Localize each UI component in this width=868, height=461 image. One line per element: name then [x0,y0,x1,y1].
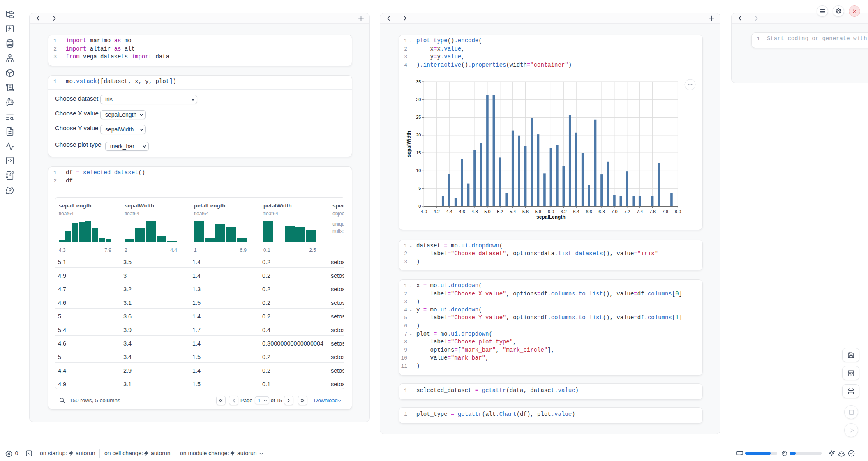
svg-text:6.2: 6.2 [561,209,567,214]
svg-text:8.0: 8.0 [675,209,681,214]
svg-text:5.6: 5.6 [522,209,529,214]
svg-text:6.4: 6.4 [573,209,579,214]
svg-text:5.0: 5.0 [484,209,490,214]
svg-text:10: 10 [416,168,421,173]
svg-text:7.2: 7.2 [624,209,630,214]
svg-text:4.4: 4.4 [446,209,452,214]
svg-text:7.0: 7.0 [611,209,617,214]
svg-text:6.8: 6.8 [598,209,605,214]
svg-text:15: 15 [416,150,421,155]
svg-text:4.6: 4.6 [459,209,465,214]
svg-text:30: 30 [416,97,421,102]
svg-text:20: 20 [416,132,421,137]
svg-text:0: 0 [418,204,421,209]
svg-text:5.8: 5.8 [535,209,541,214]
svg-text:5: 5 [418,186,421,191]
svg-text:7.8: 7.8 [662,209,668,214]
svg-text:6.0: 6.0 [548,209,554,214]
svg-text:5.4: 5.4 [510,209,516,214]
svg-text:4.0: 4.0 [421,209,427,214]
svg-text:25: 25 [416,115,421,120]
svg-text:5.2: 5.2 [497,209,503,214]
svg-text:4.8: 4.8 [471,209,478,214]
svg-text:35: 35 [416,79,421,84]
svg-text:4.2: 4.2 [434,209,440,214]
svg-text:sepalWidth: sepalWidth [406,131,412,157]
svg-text:sepalLength: sepalLength [536,214,566,220]
svg-text:7.6: 7.6 [649,209,656,214]
svg-text:7.4: 7.4 [637,209,643,214]
svg-text:6.6: 6.6 [586,209,592,214]
